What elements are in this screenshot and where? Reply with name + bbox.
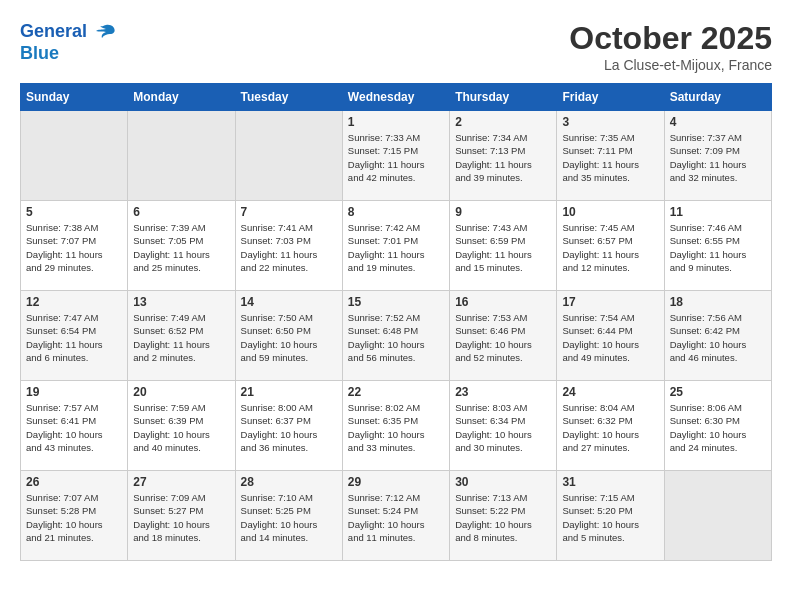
day-info: Sunrise: 8:03 AM Sunset: 6:34 PM Dayligh… bbox=[455, 401, 551, 454]
day-info: Sunrise: 7:47 AM Sunset: 6:54 PM Dayligh… bbox=[26, 311, 122, 364]
day-info: Sunrise: 7:09 AM Sunset: 5:27 PM Dayligh… bbox=[133, 491, 229, 544]
day-cell bbox=[128, 111, 235, 201]
day-cell: 11Sunrise: 7:46 AM Sunset: 6:55 PM Dayli… bbox=[664, 201, 771, 291]
day-info: Sunrise: 7:35 AM Sunset: 7:11 PM Dayligh… bbox=[562, 131, 658, 184]
day-info: Sunrise: 7:54 AM Sunset: 6:44 PM Dayligh… bbox=[562, 311, 658, 364]
day-cell: 4Sunrise: 7:37 AM Sunset: 7:09 PM Daylig… bbox=[664, 111, 771, 201]
day-cell: 22Sunrise: 8:02 AM Sunset: 6:35 PM Dayli… bbox=[342, 381, 449, 471]
day-number: 23 bbox=[455, 385, 551, 399]
calendar-header-row: SundayMondayTuesdayWednesdayThursdayFrid… bbox=[21, 84, 772, 111]
day-cell: 25Sunrise: 8:06 AM Sunset: 6:30 PM Dayli… bbox=[664, 381, 771, 471]
day-number: 15 bbox=[348, 295, 444, 309]
day-cell: 15Sunrise: 7:52 AM Sunset: 6:48 PM Dayli… bbox=[342, 291, 449, 381]
header-sunday: Sunday bbox=[21, 84, 128, 111]
calendar-body: 1Sunrise: 7:33 AM Sunset: 7:15 PM Daylig… bbox=[21, 111, 772, 561]
logo: General Blue bbox=[20, 20, 118, 64]
day-info: Sunrise: 7:07 AM Sunset: 5:28 PM Dayligh… bbox=[26, 491, 122, 544]
day-cell: 29Sunrise: 7:12 AM Sunset: 5:24 PM Dayli… bbox=[342, 471, 449, 561]
day-info: Sunrise: 7:52 AM Sunset: 6:48 PM Dayligh… bbox=[348, 311, 444, 364]
location: La Cluse-et-Mijoux, France bbox=[569, 57, 772, 73]
day-cell: 31Sunrise: 7:15 AM Sunset: 5:20 PM Dayli… bbox=[557, 471, 664, 561]
day-info: Sunrise: 7:13 AM Sunset: 5:22 PM Dayligh… bbox=[455, 491, 551, 544]
day-cell: 2Sunrise: 7:34 AM Sunset: 7:13 PM Daylig… bbox=[450, 111, 557, 201]
day-number: 6 bbox=[133, 205, 229, 219]
day-info: Sunrise: 7:53 AM Sunset: 6:46 PM Dayligh… bbox=[455, 311, 551, 364]
day-number: 27 bbox=[133, 475, 229, 489]
day-number: 1 bbox=[348, 115, 444, 129]
day-cell: 24Sunrise: 8:04 AM Sunset: 6:32 PM Dayli… bbox=[557, 381, 664, 471]
week-row-5: 26Sunrise: 7:07 AM Sunset: 5:28 PM Dayli… bbox=[21, 471, 772, 561]
day-info: Sunrise: 7:46 AM Sunset: 6:55 PM Dayligh… bbox=[670, 221, 766, 274]
day-info: Sunrise: 7:43 AM Sunset: 6:59 PM Dayligh… bbox=[455, 221, 551, 274]
day-number: 12 bbox=[26, 295, 122, 309]
day-info: Sunrise: 8:02 AM Sunset: 6:35 PM Dayligh… bbox=[348, 401, 444, 454]
day-number: 24 bbox=[562, 385, 658, 399]
day-cell: 7Sunrise: 7:41 AM Sunset: 7:03 PM Daylig… bbox=[235, 201, 342, 291]
logo-text: General Blue bbox=[20, 20, 118, 64]
day-number: 28 bbox=[241, 475, 337, 489]
day-info: Sunrise: 7:42 AM Sunset: 7:01 PM Dayligh… bbox=[348, 221, 444, 274]
day-info: Sunrise: 8:04 AM Sunset: 6:32 PM Dayligh… bbox=[562, 401, 658, 454]
day-info: Sunrise: 7:12 AM Sunset: 5:24 PM Dayligh… bbox=[348, 491, 444, 544]
day-number: 20 bbox=[133, 385, 229, 399]
week-row-3: 12Sunrise: 7:47 AM Sunset: 6:54 PM Dayli… bbox=[21, 291, 772, 381]
day-number: 29 bbox=[348, 475, 444, 489]
day-number: 9 bbox=[455, 205, 551, 219]
day-number: 14 bbox=[241, 295, 337, 309]
day-number: 21 bbox=[241, 385, 337, 399]
day-cell: 18Sunrise: 7:56 AM Sunset: 6:42 PM Dayli… bbox=[664, 291, 771, 381]
day-number: 11 bbox=[670, 205, 766, 219]
day-number: 3 bbox=[562, 115, 658, 129]
header-thursday: Thursday bbox=[450, 84, 557, 111]
day-info: Sunrise: 7:45 AM Sunset: 6:57 PM Dayligh… bbox=[562, 221, 658, 274]
header-tuesday: Tuesday bbox=[235, 84, 342, 111]
day-cell bbox=[21, 111, 128, 201]
day-cell: 9Sunrise: 7:43 AM Sunset: 6:59 PM Daylig… bbox=[450, 201, 557, 291]
day-cell: 8Sunrise: 7:42 AM Sunset: 7:01 PM Daylig… bbox=[342, 201, 449, 291]
day-cell bbox=[235, 111, 342, 201]
day-info: Sunrise: 7:39 AM Sunset: 7:05 PM Dayligh… bbox=[133, 221, 229, 274]
day-cell: 21Sunrise: 8:00 AM Sunset: 6:37 PM Dayli… bbox=[235, 381, 342, 471]
day-info: Sunrise: 7:33 AM Sunset: 7:15 PM Dayligh… bbox=[348, 131, 444, 184]
day-cell: 23Sunrise: 8:03 AM Sunset: 6:34 PM Dayli… bbox=[450, 381, 557, 471]
week-row-1: 1Sunrise: 7:33 AM Sunset: 7:15 PM Daylig… bbox=[21, 111, 772, 201]
day-cell: 16Sunrise: 7:53 AM Sunset: 6:46 PM Dayli… bbox=[450, 291, 557, 381]
day-cell: 3Sunrise: 7:35 AM Sunset: 7:11 PM Daylig… bbox=[557, 111, 664, 201]
day-info: Sunrise: 8:00 AM Sunset: 6:37 PM Dayligh… bbox=[241, 401, 337, 454]
day-cell: 1Sunrise: 7:33 AM Sunset: 7:15 PM Daylig… bbox=[342, 111, 449, 201]
day-number: 5 bbox=[26, 205, 122, 219]
day-number: 30 bbox=[455, 475, 551, 489]
day-cell: 14Sunrise: 7:50 AM Sunset: 6:50 PM Dayli… bbox=[235, 291, 342, 381]
header-monday: Monday bbox=[128, 84, 235, 111]
day-cell: 6Sunrise: 7:39 AM Sunset: 7:05 PM Daylig… bbox=[128, 201, 235, 291]
day-number: 7 bbox=[241, 205, 337, 219]
day-number: 25 bbox=[670, 385, 766, 399]
week-row-2: 5Sunrise: 7:38 AM Sunset: 7:07 PM Daylig… bbox=[21, 201, 772, 291]
month-title: October 2025 bbox=[569, 20, 772, 57]
day-cell bbox=[664, 471, 771, 561]
day-number: 18 bbox=[670, 295, 766, 309]
day-number: 17 bbox=[562, 295, 658, 309]
day-number: 26 bbox=[26, 475, 122, 489]
day-cell: 13Sunrise: 7:49 AM Sunset: 6:52 PM Dayli… bbox=[128, 291, 235, 381]
day-info: Sunrise: 7:38 AM Sunset: 7:07 PM Dayligh… bbox=[26, 221, 122, 274]
day-info: Sunrise: 7:37 AM Sunset: 7:09 PM Dayligh… bbox=[670, 131, 766, 184]
day-number: 31 bbox=[562, 475, 658, 489]
header-saturday: Saturday bbox=[664, 84, 771, 111]
day-cell: 10Sunrise: 7:45 AM Sunset: 6:57 PM Dayli… bbox=[557, 201, 664, 291]
day-info: Sunrise: 7:10 AM Sunset: 5:25 PM Dayligh… bbox=[241, 491, 337, 544]
calendar-table: SundayMondayTuesdayWednesdayThursdayFrid… bbox=[20, 83, 772, 561]
day-number: 2 bbox=[455, 115, 551, 129]
day-info: Sunrise: 7:56 AM Sunset: 6:42 PM Dayligh… bbox=[670, 311, 766, 364]
day-info: Sunrise: 7:59 AM Sunset: 6:39 PM Dayligh… bbox=[133, 401, 229, 454]
week-row-4: 19Sunrise: 7:57 AM Sunset: 6:41 PM Dayli… bbox=[21, 381, 772, 471]
day-number: 22 bbox=[348, 385, 444, 399]
day-info: Sunrise: 7:57 AM Sunset: 6:41 PM Dayligh… bbox=[26, 401, 122, 454]
day-cell: 28Sunrise: 7:10 AM Sunset: 5:25 PM Dayli… bbox=[235, 471, 342, 561]
header-friday: Friday bbox=[557, 84, 664, 111]
day-number: 10 bbox=[562, 205, 658, 219]
header-wednesday: Wednesday bbox=[342, 84, 449, 111]
day-cell: 19Sunrise: 7:57 AM Sunset: 6:41 PM Dayli… bbox=[21, 381, 128, 471]
day-info: Sunrise: 7:15 AM Sunset: 5:20 PM Dayligh… bbox=[562, 491, 658, 544]
day-info: Sunrise: 7:41 AM Sunset: 7:03 PM Dayligh… bbox=[241, 221, 337, 274]
